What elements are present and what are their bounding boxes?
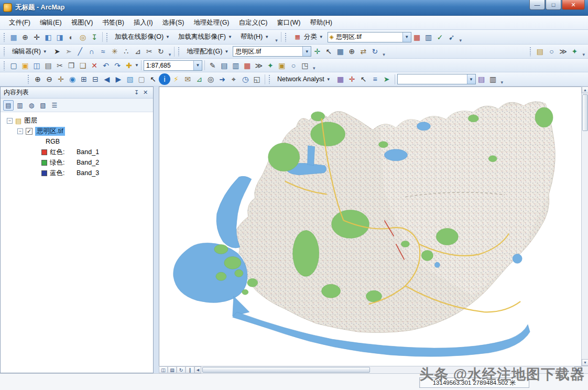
effects-icon[interactable]: ◐ [66,31,77,43]
export-result-icon[interactable]: ➹ [446,31,458,43]
collapse-icon[interactable]: − [17,128,23,134]
close-icon[interactable]: ✕ [141,89,150,97]
trace-tool-icon[interactable]: ≈ [97,46,109,57]
paste-icon[interactable]: ❑ [77,60,89,71]
na-properties-icon[interactable]: ▥ [487,73,499,85]
hyperlink-icon[interactable]: ⚡ [170,73,182,85]
save-document-icon[interactable]: ◫ [31,60,42,71]
layer-name[interactable]: 思明区.tif [35,127,65,136]
select-elements-icon[interactable]: ↖ [147,73,159,85]
print-icon[interactable]: ▤ [42,60,54,71]
na-layer-icon[interactable]: ▦ [335,73,346,85]
menu-item[interactable]: 插入(I) [129,16,158,29]
add-control-points-icon[interactable]: ✛ [311,46,323,57]
toolbar-overflow-icon[interactable]: ▾ [459,37,463,44]
scroll-up-button[interactable]: ▲ [582,86,588,93]
zoom-out-icon[interactable]: ⊖ [43,73,55,85]
na-solve-icon[interactable]: ➤ [381,73,393,85]
georeferencing-layer-combo[interactable]: 思明区.tif ▼ [233,46,311,57]
fixed-zoom-out-icon[interactable]: ⊟ [90,73,101,85]
undo-icon[interactable]: ↶ [100,60,112,71]
modelbuilder-icon[interactable]: ✦ [569,46,580,57]
auto-registration-icon[interactable]: ⇄ [357,46,369,57]
toolbar-overflow-icon[interactable]: ▾ [382,51,386,58]
toc-options-icon[interactable]: ☰ [49,100,60,111]
data-view-button[interactable]: ◫ [159,366,168,373]
full-extent-icon[interactable]: ◉ [67,73,78,85]
tree-node-band-blue[interactable]: 蓝色: Band_3 [1,168,153,178]
vertical-scrollbar[interactable]: ▲ ▼ [581,86,588,366]
identify-icon[interactable]: i [159,73,170,85]
combo-dropdown-button[interactable]: ▼ [467,74,475,84]
toolbar-overflow-icon[interactable]: ▾ [500,79,505,86]
combo-dropdown-button[interactable]: ▼ [402,32,411,42]
tree-node-band-red[interactable]: 红色: Band_1 [1,147,153,157]
na-window-icon[interactable]: ▤ [476,73,487,85]
na-select-icon[interactable]: ↖ [358,73,369,85]
editor-menu-button[interactable]: 编辑器(R)▼ [8,46,51,58]
tree-node-layers[interactable]: − ▤ 图层 [1,115,153,126]
measure-icon[interactable]: ⊿ [193,73,205,85]
vertical-scroll-track[interactable] [582,93,588,359]
cut-icon[interactable]: ✂ [54,60,66,71]
layout-view-button[interactable]: ▤ [168,366,177,373]
list-by-drawing-order-icon[interactable]: ▤ [3,100,14,111]
open-document-icon[interactable]: ▣ [19,60,31,71]
menu-item[interactable]: 地理处理(G) [189,16,234,29]
menu-item[interactable]: 帮助(H) [306,16,337,29]
zoom-to-link-icon[interactable]: ⊕ [346,46,357,57]
add-data-icon[interactable]: ✚ [123,60,135,71]
toolbar-overflow-icon[interactable]: ▾ [581,51,586,58]
raster-layer-combo[interactable]: ◈ 思明区.tif ▼ [328,32,411,42]
load-online-imagery-button[interactable]: 加载在线影像(O)▼ [111,31,174,43]
toolbar-grip[interactable] [529,47,532,56]
flicker-tool-icon[interactable]: ◨ [54,31,66,43]
tree-node-rgb[interactable]: RGB [1,136,153,147]
redo-icon[interactable]: ↷ [112,60,123,71]
reshape-feature-icon[interactable]: ⊿ [132,46,144,57]
toolbar-grip[interactable] [27,74,30,84]
horizontal-scroll-thumb[interactable] [202,367,370,373]
combo-dropdown-button[interactable]: ▼ [302,47,311,56]
layer-visibility-checkbox[interactable]: ✓ [26,128,32,135]
table-options-icon[interactable]: ▤ [219,60,230,71]
add-chart-icon[interactable]: ▥ [230,60,242,71]
toolbar-grip[interactable] [3,61,6,70]
toolbar-grip[interactable] [3,47,6,56]
zoom-in-icon[interactable]: ⊕ [32,73,43,85]
go-to-xy-icon[interactable]: ⌖ [228,73,239,85]
pin-icon[interactable]: ↧ [132,89,141,97]
menu-item[interactable]: 书签(B) [97,16,129,29]
edit-vertices-icon[interactable]: ∴ [121,46,132,57]
search-window-icon[interactable]: ○ [546,46,557,57]
menu-item[interactable]: 窗口(W) [272,16,305,29]
arctoolbox-icon[interactable]: ▦ [242,60,253,71]
menu-item[interactable]: 自定义(C) [234,16,273,29]
horizontal-scrollbar[interactable]: ◀ ▶ [194,366,581,373]
forward-extent-icon[interactable]: ▶ [113,73,124,85]
copy-icon[interactable]: ❐ [66,60,77,71]
back-extent-icon[interactable]: ◀ [101,73,113,85]
cut-polygons-icon[interactable]: ✂ [144,46,155,57]
na-directions-icon[interactable]: ≡ [369,73,381,85]
edit-annotation-icon[interactable]: ➣ [63,46,74,57]
time-slider-icon[interactable]: ◷ [239,73,251,85]
tree-node-raster-layer[interactable]: − ✓ 思明区.tif [1,126,153,136]
select-features-icon[interactable]: ▧ [124,73,136,85]
python-icon[interactable]: ≫ [253,60,265,71]
swipe-tool-icon[interactable]: ◧ [42,31,54,43]
pause-drawing-button[interactable]: ∥ [186,366,194,373]
toolbar-overflow-icon[interactable]: ▾ [274,37,279,44]
viewer-window-icon[interactable]: ◱ [251,73,263,85]
maximize-button[interactable]: □ [546,0,561,10]
editor-shortcut-icon[interactable]: ✎ [207,60,219,71]
image-analysis-icon[interactable]: ▦ [8,31,19,43]
scroll-left-button[interactable]: ◀ [194,366,201,373]
arc-segment-icon[interactable]: ∩ [86,46,97,57]
find-icon[interactable]: ◎ [205,73,216,85]
menu-item[interactable]: 编辑(E) [35,16,67,29]
toolbar-grip[interactable] [106,32,108,42]
network-dataset-combo[interactable]: ▼ [397,74,476,84]
panel-splitter[interactable] [154,86,159,373]
minimize-button[interactable]: — [529,0,545,10]
